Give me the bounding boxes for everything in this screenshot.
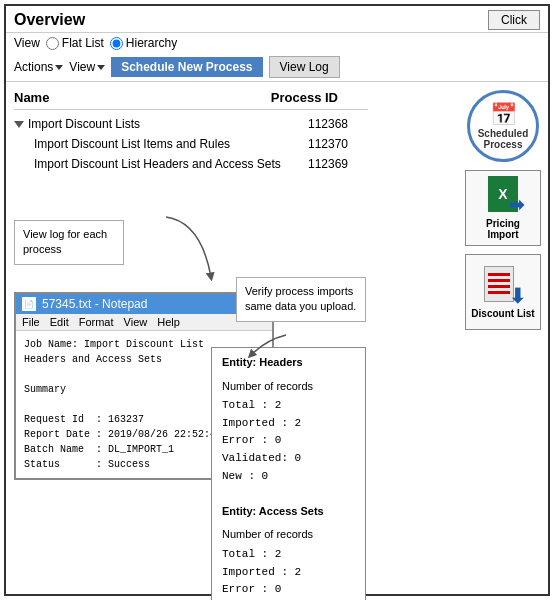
view-dropdown[interactable]: View [69, 60, 105, 74]
menu-format[interactable]: Format [79, 316, 114, 328]
entity-access-title: Entity: Access Sets [222, 503, 355, 521]
discount-list-label: Discount List [471, 308, 534, 319]
down-arrow-icon: ⬇ [509, 284, 526, 308]
view-log-button[interactable]: View Log [269, 56, 340, 78]
row-name: Import Discount List Headers and Access … [34, 157, 308, 171]
list-line [488, 291, 510, 294]
verify-arrow [246, 330, 296, 360]
discount-icon: ⬇ [484, 266, 522, 304]
row-id: 112368 [308, 117, 368, 131]
menu-file[interactable]: File [22, 316, 40, 328]
entity-headers-box: Entity: Headers Number of records Total … [211, 347, 366, 600]
flat-list-radio[interactable] [46, 37, 59, 50]
header: Overview Click [6, 6, 548, 33]
flat-list-label: Flat List [62, 36, 104, 50]
menu-edit[interactable]: Edit [50, 316, 69, 328]
schedule-new-process-button[interactable]: Schedule New Process [111, 57, 262, 77]
calendar-icon: 📅 [490, 102, 517, 128]
table-header: Name Process ID [14, 86, 368, 110]
notepad-title: 57345.txt - Notepad [42, 297, 147, 311]
scheduled-process-circle: 📅 Scheduled Process [467, 90, 539, 162]
entity-access-imported: Imported : 2 [222, 564, 355, 582]
callout-arrow [161, 212, 241, 292]
arrow-right-icon: ➡ [509, 194, 524, 216]
left-panel: Name Process ID Import Discount Lists 11… [6, 82, 376, 542]
actions-label: Actions [14, 60, 53, 74]
hierarchy-option[interactable]: Hierarchy [110, 36, 177, 50]
pricing-import-label: PricingImport [486, 218, 520, 240]
entity-error: Error : 0 [222, 432, 355, 450]
row-id: 112370 [308, 137, 368, 151]
entity-validated: Validated: 0 [222, 450, 355, 468]
table-row[interactable]: Import Discount List Items and Rules 112… [14, 134, 368, 154]
row-name: Import Discount List Items and Rules [34, 137, 308, 151]
table-row[interactable]: Import Discount Lists 112368 [14, 114, 368, 134]
hierarchy-radio[interactable] [110, 37, 123, 50]
menu-help[interactable]: Help [157, 316, 180, 328]
flat-list-option[interactable]: Flat List [46, 36, 104, 50]
expand-icon [14, 121, 24, 128]
view-dropdown-label: View [69, 60, 95, 74]
discount-list-button[interactable]: ⬇ Discount List [465, 254, 541, 330]
actions-dropdown[interactable]: Actions [14, 60, 63, 74]
pricing-import-button[interactable]: X ➡ PricingImport [465, 170, 541, 246]
hierarchy-label: Hierarchy [126, 36, 177, 50]
entity-total: Total : 2 [222, 397, 355, 415]
notepad-titlebar: 📄 57345.txt - Notepad [16, 294, 272, 314]
entity-headers-subtitle: Number of records [222, 378, 355, 396]
notepad-icon: 📄 [22, 297, 36, 311]
list-line [488, 273, 510, 276]
click-button[interactable]: Click [488, 10, 540, 30]
row-id: 112369 [308, 157, 368, 171]
actions-bar: Actions View Schedule New Process View L… [6, 53, 548, 82]
view-row: View Flat List Hierarchy [6, 33, 548, 53]
page-title: Overview [14, 11, 85, 29]
view-label: View [14, 36, 40, 50]
col-id-header: Process ID [271, 90, 338, 105]
row-name: Import Discount Lists [28, 117, 308, 131]
pricing-icon: X ➡ [484, 176, 522, 214]
main-container: Overview Click View Flat List Hierarchy … [4, 4, 550, 596]
main-content: Name Process ID Import Discount Lists 11… [6, 82, 548, 542]
col-name-header: Name [14, 90, 49, 105]
view-log-callout: View log for each process [14, 220, 124, 265]
entity-access-total: Total : 2 [222, 546, 355, 564]
menu-view[interactable]: View [124, 316, 148, 328]
actions-chevron-icon [55, 65, 63, 70]
table-row[interactable]: Import Discount List Headers and Access … [14, 154, 368, 174]
entity-access-error: Error : 0 [222, 581, 355, 599]
scheduled-label: Scheduled Process [478, 128, 529, 150]
right-panel: 📅 Scheduled Process X ➡ PricingImport [458, 82, 548, 334]
verify-callout: Verify process imports same data you upl… [236, 277, 366, 322]
list-line [488, 279, 510, 282]
view-chevron-icon [97, 65, 105, 70]
entity-new: New : 0 [222, 468, 355, 486]
entity-access-subtitle: Number of records [222, 526, 355, 544]
entity-imported: Imported : 2 [222, 415, 355, 433]
notepad-menubar: File Edit Format View Help [16, 314, 272, 331]
list-line [488, 285, 510, 288]
